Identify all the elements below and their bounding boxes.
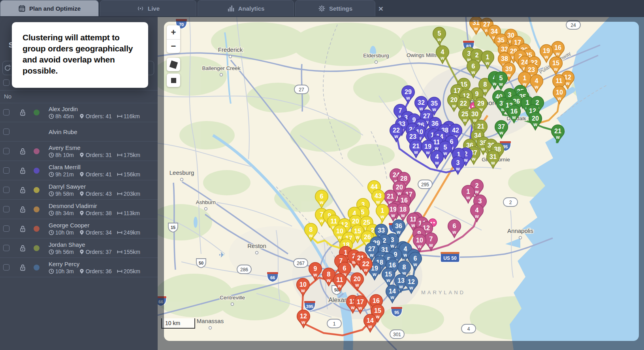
close-icon[interactable]: × bbox=[376, 4, 386, 13]
driver-name: Darryl Sawyer bbox=[49, 183, 140, 190]
svg-text:w: w bbox=[456, 166, 460, 172]
driver-checkbox[interactable] bbox=[3, 187, 9, 193]
driver-checkbox[interactable] bbox=[3, 264, 9, 271]
unlock-icon[interactable] bbox=[16, 206, 29, 213]
svg-text:43: 43 bbox=[375, 193, 382, 199]
driver-row[interactable]: Avery Esme 8h 10m Orders: 31 175km bbox=[0, 142, 158, 161]
city-dot bbox=[519, 236, 522, 239]
map-pin-clara-4[interactable]: 4w bbox=[431, 150, 444, 168]
unlock-icon[interactable] bbox=[16, 225, 29, 233]
zoom-in-button[interactable]: + bbox=[167, 25, 180, 39]
road-shield-295: 295 bbox=[418, 180, 432, 189]
svg-text:w: w bbox=[432, 107, 436, 112]
svg-text:w: w bbox=[485, 61, 490, 66]
map-pin-avery-4[interactable]: 4w bbox=[471, 204, 484, 222]
svg-text:w: w bbox=[555, 51, 560, 57]
distance-icon bbox=[117, 269, 122, 274]
map-pin-clara-29[interactable]: 29w bbox=[402, 85, 415, 104]
svg-text:21: 21 bbox=[554, 128, 561, 134]
city-dot bbox=[220, 74, 223, 76]
select-all-checkbox[interactable] bbox=[3, 79, 9, 86]
driver-checkbox[interactable] bbox=[3, 206, 9, 212]
driver-stats: 10h 3m Orders: 36 205km bbox=[49, 268, 140, 274]
unlock-icon[interactable] bbox=[16, 186, 29, 194]
svg-text:27: 27 bbox=[483, 21, 490, 28]
tab-plan-and-optimize[interactable]: Plan and Optimize bbox=[0, 0, 99, 16]
svg-text:w: w bbox=[376, 199, 380, 205]
filter-row[interactable]: No bbox=[0, 90, 158, 103]
driver-row[interactable]: Alvin Rube bbox=[0, 122, 158, 142]
unlock-icon[interactable] bbox=[16, 244, 29, 252]
svg-text:16: 16 bbox=[373, 297, 380, 304]
city-dot bbox=[229, 55, 232, 58]
unlock-icon[interactable] bbox=[16, 148, 29, 155]
map-pin-jordan-31[interactable]: 31w bbox=[487, 150, 500, 168]
tab-live[interactable]: Live bbox=[100, 0, 196, 16]
distance-icon bbox=[117, 172, 122, 177]
svg-text:w: w bbox=[471, 156, 476, 162]
driver-stats: 8h 45m Orders: 41 116km bbox=[49, 113, 140, 119]
driver-checkbox[interactable] bbox=[3, 225, 9, 232]
svg-text:w: w bbox=[443, 151, 447, 156]
driver-time: 9h 56m bbox=[55, 249, 74, 255]
tour-tooltip: Clustering will attempt to group orders … bbox=[12, 22, 148, 88]
driver-row[interactable]: Alex Jordin 8h 45m Orders: 41 116km bbox=[0, 103, 158, 122]
map-pin-avery-1[interactable]: 1w bbox=[462, 185, 475, 203]
map-pin-george-14[interactable]: 14w bbox=[364, 314, 377, 332]
svg-text:50: 50 bbox=[199, 261, 203, 265]
svg-text:19: 19 bbox=[424, 143, 431, 150]
map-pin-clara-21[interactable]: 21w bbox=[410, 140, 423, 158]
driver-row[interactable]: Jordan Shaye 9h 56m Orders: 37 155km bbox=[0, 238, 158, 258]
unlock-icon[interactable] bbox=[16, 264, 29, 271]
driver-row[interactable]: Darryl Sawyer 9h 58m Orders: 43 203km bbox=[0, 180, 158, 200]
driver-checkbox[interactable] bbox=[3, 129, 9, 135]
svg-text:15: 15 bbox=[354, 228, 361, 235]
svg-text:95: 95 bbox=[394, 310, 399, 315]
map-pin-clara-3[interactable]: 3w bbox=[452, 156, 465, 174]
map-pin-darryl-1[interactable]: 1w bbox=[376, 204, 389, 222]
driver-color-dot bbox=[34, 168, 40, 174]
svg-text:w: w bbox=[411, 223, 415, 228]
svg-text:39: 39 bbox=[505, 66, 512, 72]
map-pin-avery-7[interactable]: 7w bbox=[425, 233, 438, 251]
svg-text:w: w bbox=[399, 284, 403, 289]
driver-row[interactable]: Kerry Percy 10h 3m Orders: 36 205km bbox=[0, 258, 158, 277]
driver-checkbox[interactable] bbox=[3, 167, 9, 174]
tab-settings[interactable]: Settings bbox=[295, 0, 375, 16]
driver-orders: Orders: 31 bbox=[86, 152, 112, 158]
svg-text:37: 37 bbox=[498, 123, 505, 130]
svg-text:23: 23 bbox=[528, 66, 535, 73]
map-pin-clara-22[interactable]: 22w bbox=[390, 124, 403, 142]
tab-bar: Plan and Optimize Live Analytics Setting… bbox=[0, 0, 644, 17]
driver-row[interactable]: Desmond Vladimir 8h 34m Orders: 38 113km bbox=[0, 200, 158, 219]
map[interactable]: FrederickBallenger CreekEldersburgOwings… bbox=[158, 17, 644, 350]
driver-checkbox[interactable] bbox=[3, 245, 9, 251]
driver-row[interactable]: George Cooper 10h 0m Orders: 34 249km bbox=[0, 219, 158, 238]
svg-text:20: 20 bbox=[354, 276, 361, 282]
tab-label: Live bbox=[148, 5, 160, 12]
map-pin-alex-20[interactable]: 20w bbox=[529, 112, 542, 130]
zoom-out-button[interactable]: − bbox=[167, 39, 180, 53]
driver-name: Desmond Vladimir bbox=[49, 202, 140, 209]
road-shield-301: 301 bbox=[390, 330, 404, 339]
driver-row[interactable]: Clara Merrill 9h 21m Orders: 41 156km bbox=[0, 161, 158, 180]
draw-polygon-button[interactable] bbox=[167, 58, 180, 71]
svg-text:w: w bbox=[452, 103, 456, 109]
svg-text:19: 19 bbox=[543, 47, 550, 54]
driver-checkbox[interactable] bbox=[3, 109, 9, 115]
city-dot bbox=[181, 178, 183, 181]
tab-analytics[interactable]: Analytics bbox=[198, 0, 294, 16]
map-canvas[interactable]: FrederickBallenger CreekEldersburgOwings… bbox=[158, 17, 644, 350]
unlock-icon[interactable] bbox=[16, 109, 29, 116]
map-pin-avery-6[interactable]: 6w bbox=[448, 219, 461, 238]
driver-orders: Orders: 36 bbox=[86, 268, 112, 274]
pin-icon bbox=[79, 230, 85, 235]
svg-text:w: w bbox=[301, 288, 305, 293]
driver-checkbox[interactable] bbox=[3, 148, 9, 154]
tab-label: Analytics bbox=[238, 5, 265, 12]
draw-rectangle-button[interactable] bbox=[167, 74, 180, 87]
svg-text:1: 1 bbox=[381, 207, 384, 214]
refresh-icon[interactable] bbox=[4, 64, 11, 72]
unlock-icon[interactable] bbox=[16, 167, 29, 174]
svg-text:w: w bbox=[326, 278, 331, 283]
